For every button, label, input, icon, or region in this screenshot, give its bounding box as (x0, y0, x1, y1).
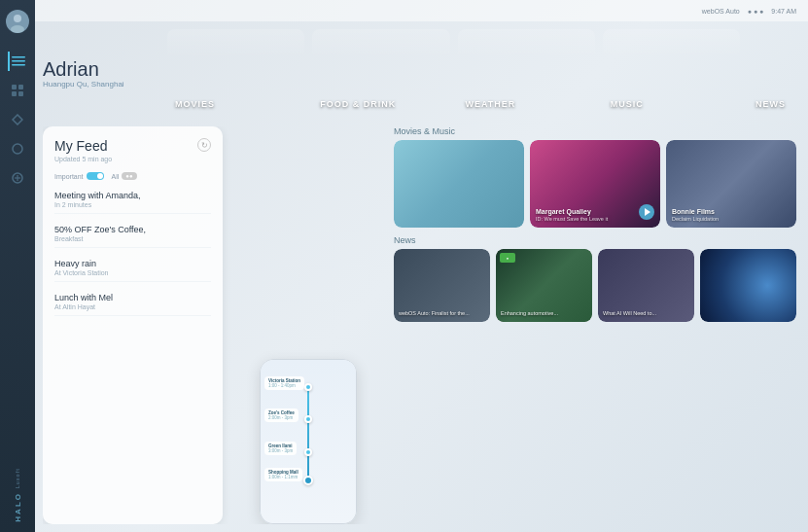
sidebar-icon-grid[interactable] (8, 81, 27, 100)
svg-rect-5 (12, 85, 17, 89)
feed-item-3-title: Lunch with Mel (54, 293, 211, 302)
feed-panel: My Feed Updated 5 min ago ↻ Important Al… (43, 126, 223, 524)
news-card-2[interactable]: What AI Will Need to... (598, 249, 694, 322)
news-card-0-text: webOS Auto: Finalist for the... (399, 310, 485, 317)
feed-item-3[interactable]: Lunch with Mel At Altin Hayat (54, 288, 211, 316)
map-stop-0: Victoria Station 1:00 - 1:40pm (264, 376, 304, 390)
app-wrapper: Luxoft HALO webOS Auto ● ● ● 9:47 AM Adr… (0, 0, 808, 532)
map-stop-3: Shopping Mall 1:00m - 1:1mm (264, 468, 302, 481)
user-greeting: Adrian Huangpu Qu, Shanghai (43, 29, 159, 117)
category-card-news[interactable]: NEWS (748, 29, 796, 117)
filter-all[interactable]: All ●● (112, 172, 137, 180)
category-card-food[interactable]: FOOD & DRINK (312, 29, 449, 117)
feed-refresh-button[interactable]: ↻ (197, 138, 211, 152)
category-row: Adrian Huangpu Qu, Shanghai MOVIES FOOD … (43, 29, 796, 117)
news-card-3-bg (700, 249, 796, 322)
map-dot-1 (304, 415, 312, 423)
movies-music-label: Movies & Music (394, 126, 796, 136)
map-mockup: Victoria Station 1:00 - 1:40pm Zoe's Cof… (260, 359, 357, 524)
svg-rect-2 (12, 56, 25, 58)
brand-halo-label: HALO (14, 492, 22, 522)
news-card-0-bg: webOS Auto: Finalist for the... (394, 249, 490, 322)
media-card-2-text: Bonnie Films Declaim Liquidation (672, 208, 790, 222)
svg-rect-8 (18, 91, 23, 96)
avatar[interactable] (6, 10, 29, 33)
sidebar-icon-menu[interactable] (8, 52, 27, 71)
category-card-weather[interactable]: WEATHER (458, 29, 595, 117)
media-card-1-subtitle: ID: We must Save the Leave it (536, 216, 654, 222)
news-card-1-text: Enhancing automotive... (501, 310, 587, 317)
category-card-movies[interactable]: MOVIES (167, 29, 304, 117)
media-card-2[interactable]: Bonnie Films Declaim Liquidation (666, 140, 796, 228)
map-stop-1: Zoe's Coffee 2:00m - 3pm (264, 408, 299, 422)
category-label-news: NEWS (755, 99, 786, 109)
map-dot-0 (304, 383, 312, 391)
app-status: webOS Auto (702, 8, 740, 15)
category-card-music[interactable]: MUSIC (603, 29, 740, 117)
category-label-movies: MOVIES (175, 99, 215, 109)
news-section: News webOS Auto: Finalist for the... (394, 235, 796, 322)
media-card-0-bg (394, 140, 524, 228)
media-card-2-subtitle: Declaim Liquidation (672, 216, 790, 222)
feed-item-1[interactable]: 50% OFF Zoe's Coffee, Breakfast (54, 220, 211, 248)
media-card-2-bg: Bonnie Films Declaim Liquidation (666, 140, 796, 228)
user-name: Adrian (43, 58, 159, 80)
feed-item-1-title: 50% OFF Zoe's Coffee, (54, 225, 211, 234)
map-panel: Victoria Station 1:00 - 1:40pm Zoe's Cof… (230, 126, 386, 524)
sidebar-icon-circle[interactable] (8, 139, 27, 159)
feed-item-3-sub: At Altin Hayat (54, 303, 211, 310)
map-dot-2 (304, 448, 312, 456)
media-card-1-title: Margaret Qualley (536, 208, 654, 216)
media-card-0[interactable] (394, 140, 524, 228)
user-location: Huangpu Qu, Shanghai (43, 80, 159, 89)
news-cards: webOS Auto: Finalist for the... ● Enhanc… (394, 249, 796, 322)
play-button-1[interactable] (639, 204, 654, 220)
brand-luxoft-label: Luxoft (15, 468, 20, 488)
news-card-0[interactable]: webOS Auto: Finalist for the... (394, 249, 490, 322)
svg-point-10 (13, 144, 22, 154)
feed-title: My Feed (54, 138, 112, 154)
news-label: News (394, 235, 796, 245)
news-card-1[interactable]: ● Enhancing automotive... (496, 249, 592, 322)
movies-music-section: Movies & Music Margaret Qualley (394, 126, 796, 228)
svg-rect-7 (12, 91, 17, 96)
filter-important[interactable]: Important (54, 172, 104, 180)
feed-item-2-sub: At Victoria Station (54, 269, 211, 276)
feed-item-2[interactable]: Heavy rain At Victoria Station (54, 254, 211, 282)
media-card-2-title: Bonnie Films (672, 208, 790, 216)
lower-area: My Feed Updated 5 min ago ↻ Important Al… (43, 126, 796, 524)
feed-updated: Updated 5 min ago (54, 156, 112, 162)
sidebar-icon-plus-circle[interactable] (8, 168, 27, 188)
filter-all-pill: ●● (122, 172, 136, 180)
map-dot-3 (303, 476, 313, 485)
category-label-weather: WEATHER (466, 99, 516, 109)
filter-important-label: Important (54, 173, 84, 180)
sidebar: Luxoft HALO (0, 0, 35, 532)
category-label-music: MUSIC (611, 99, 644, 109)
map-route-line (307, 384, 309, 482)
right-panels: Movies & Music Margaret Qualley (394, 126, 796, 524)
svg-rect-3 (12, 60, 25, 62)
feed-header: My Feed Updated 5 min ago ↻ (54, 138, 211, 162)
svg-marker-9 (13, 115, 22, 124)
media-card-1[interactable]: Margaret Qualley ID: We must Save the Le… (530, 140, 660, 228)
media-card-1-bg: Margaret Qualley ID: We must Save the Le… (530, 140, 660, 228)
news-card-3[interactable] (700, 249, 796, 322)
sidebar-brand: Luxoft HALO (14, 468, 22, 522)
toggle-important[interactable] (87, 172, 104, 180)
map-background: Victoria Station 1:00 - 1:40pm Zoe's Cof… (261, 360, 356, 523)
svg-point-0 (14, 15, 21, 22)
main-content: webOS Auto ● ● ● 9:47 AM Adrian Huangpu … (35, 0, 808, 532)
news-card-2-bg: What AI Will Need to... (598, 249, 694, 322)
feed-item-0[interactable]: Meeting with Amanda, In 2 minutes (54, 186, 211, 214)
top-bar: webOS Auto ● ● ● 9:47 AM (35, 0, 808, 21)
category-label-food: FOOD & DRINK (320, 99, 396, 109)
content-area: Adrian Huangpu Qu, Shanghai MOVIES FOOD … (35, 21, 808, 532)
feed-item-2-title: Heavy rain (54, 259, 211, 268)
sidebar-icon-diamond[interactable] (8, 110, 27, 129)
feed-item-1-sub: Breakfast (54, 235, 211, 242)
movies-music-cards: Margaret Qualley ID: We must Save the Le… (394, 140, 796, 228)
svg-rect-4 (12, 64, 25, 66)
news-card-1-bg: ● Enhancing automotive... (496, 249, 592, 322)
svg-rect-6 (18, 85, 23, 89)
